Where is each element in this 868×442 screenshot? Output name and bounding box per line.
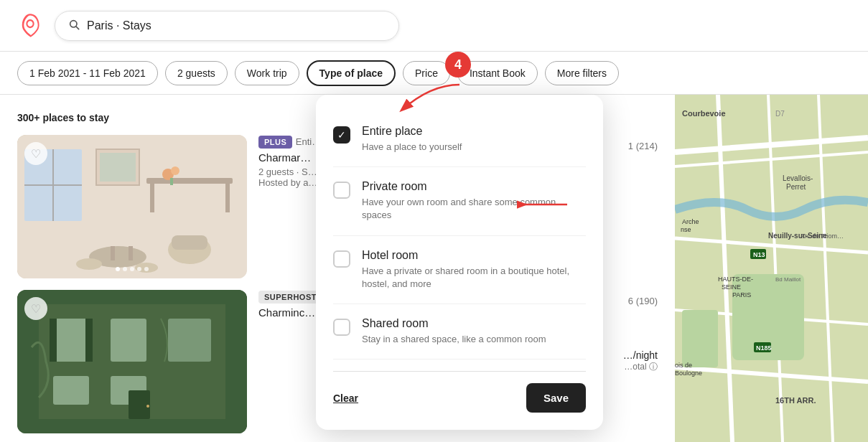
svg-rect-30 <box>129 390 150 419</box>
clear-button[interactable]: Clear <box>333 392 358 404</box>
filter-more-filters[interactable]: More filters <box>545 61 619 85</box>
svg-point-14 <box>76 258 102 270</box>
option-title-shared-room: Shared room <box>362 317 586 330</box>
svg-rect-7 <box>150 184 154 212</box>
svg-text:Courbevoie: Courbevoie <box>682 109 726 118</box>
airbnb-logo[interactable] <box>17 13 43 39</box>
option-text-shared-room: Shared room Stay in a shared space, like… <box>362 317 586 346</box>
svg-text:Boulogne: Boulogne <box>675 370 702 377</box>
checkbox-entire-place[interactable]: ✓ <box>333 126 350 144</box>
svg-rect-23 <box>53 319 89 362</box>
annotation-badge: 4 <box>445 52 471 77</box>
filter-type-of-place[interactable]: Type of place <box>307 60 396 86</box>
option-desc-entire-place: Have a place to yourself <box>362 141 586 154</box>
svg-text:Arc de Triom…: Arc de Triom… <box>801 232 844 240</box>
svg-text:nse: nse <box>681 226 691 233</box>
svg-line-1 <box>76 27 79 29</box>
svg-text:N185: N185 <box>756 344 772 352</box>
listing-right-2: 6 (190) …/night …otal ⓘ <box>623 290 658 373</box>
svg-rect-10 <box>172 235 207 250</box>
option-text-hotel-room: Hotel room Have a private or shared room… <box>362 249 586 291</box>
map-bg: Courbevoie D7 Levallois- Perret Arche ns… <box>675 95 868 442</box>
annotation-arrow-mid <box>517 194 574 218</box>
option-hotel-room[interactable]: Hotel room Have a private or shared room… <box>333 236 586 304</box>
svg-rect-24 <box>111 319 146 362</box>
checkbox-private-room[interactable] <box>333 182 350 199</box>
svg-text:SEINE: SEINE <box>722 283 741 291</box>
filter-work-trip[interactable]: Work trip <box>235 61 299 85</box>
dot-2 <box>123 267 127 271</box>
svg-text:Levallois-: Levallois- <box>783 174 813 182</box>
dot-3 <box>130 267 134 271</box>
svg-rect-12 <box>111 246 115 260</box>
listing-price-2: …/night <box>623 349 658 361</box>
listing-image-1[interactable]: ♡ <box>17 135 247 278</box>
svg-rect-25 <box>168 319 211 362</box>
svg-rect-20 <box>100 153 136 182</box>
listing-image-2[interactable]: ♡ <box>17 290 247 433</box>
svg-text:Bd Maillot: Bd Maillot <box>775 276 801 283</box>
checkmark-entire-place: ✓ <box>337 129 346 141</box>
dot-5 <box>144 267 149 271</box>
listing-badge-1: PLUS <box>258 136 292 149</box>
svg-rect-13 <box>129 246 133 260</box>
svg-text:16TH ARR.: 16TH ARR. <box>775 396 816 405</box>
map-panel[interactable]: Courbevoie D7 Levallois- Perret Arche ns… <box>675 95 868 442</box>
listing-total-2: …otal ⓘ <box>623 361 658 373</box>
svg-text:N13: N13 <box>753 251 765 258</box>
dropdown-footer: Clear Save <box>333 371 586 413</box>
svg-text:Arche: Arche <box>682 218 699 225</box>
option-title-private-room: Private room <box>362 180 586 193</box>
dot-4 <box>137 267 141 271</box>
favorite-button-1[interactable]: ♡ <box>24 142 47 165</box>
option-desc-hotel-room: Have a private or shared room in a bouti… <box>362 265 586 291</box>
option-title-hotel-room: Hotel room <box>362 249 586 262</box>
option-shared-room[interactable]: Shared room Stay in a shared space, like… <box>333 304 586 359</box>
svg-point-31 <box>146 405 149 408</box>
svg-text:ois de: ois de <box>675 362 692 369</box>
svg-rect-26 <box>53 376 89 405</box>
svg-point-17 <box>171 166 179 175</box>
favorite-button-2[interactable]: ♡ <box>24 297 47 320</box>
svg-text:HAUTS-DE-: HAUTS-DE- <box>718 276 753 283</box>
listing-count-1: 1 (214) <box>628 141 658 151</box>
save-button[interactable]: Save <box>526 383 586 413</box>
search-bar[interactable]: Paris · Stays <box>55 11 399 41</box>
listing-right-1: 1 (214) <box>628 135 658 151</box>
search-icon <box>68 19 80 33</box>
checkbox-hotel-room[interactable] <box>333 250 350 268</box>
svg-text:D7: D7 <box>775 110 785 118</box>
search-text: Paris · Stays <box>87 19 151 32</box>
svg-rect-29 <box>85 319 93 362</box>
option-desc-shared-room: Stay in a shared space, like a common ro… <box>362 333 586 346</box>
dot-1 <box>116 267 120 271</box>
header: Paris · Stays <box>0 0 868 52</box>
checkbox-shared-room[interactable] <box>333 319 350 336</box>
type-of-place-dropdown[interactable]: ✓ Entire place Have a place to yourself … <box>316 95 603 430</box>
filter-dates[interactable]: 1 Feb 2021 - 11 Feb 2021 <box>17 61 158 85</box>
option-text-entire-place: Entire place Have a place to yourself <box>362 125 586 154</box>
option-title-entire-place: Entire place <box>362 125 586 138</box>
svg-rect-28 <box>50 319 57 362</box>
annotation-arrow-top <box>388 77 474 123</box>
svg-rect-18 <box>170 178 173 185</box>
filter-guests[interactable]: 2 guests <box>165 61 228 85</box>
svg-text:PARIS: PARIS <box>732 291 751 298</box>
svg-rect-42 <box>682 310 718 367</box>
svg-rect-8 <box>225 184 230 212</box>
svg-text:Perret: Perret <box>786 183 806 191</box>
listing-count-2: 6 (190) <box>623 296 658 306</box>
svg-rect-6 <box>146 178 233 184</box>
listing-badge-2: SUPERHOST <box>258 291 322 304</box>
